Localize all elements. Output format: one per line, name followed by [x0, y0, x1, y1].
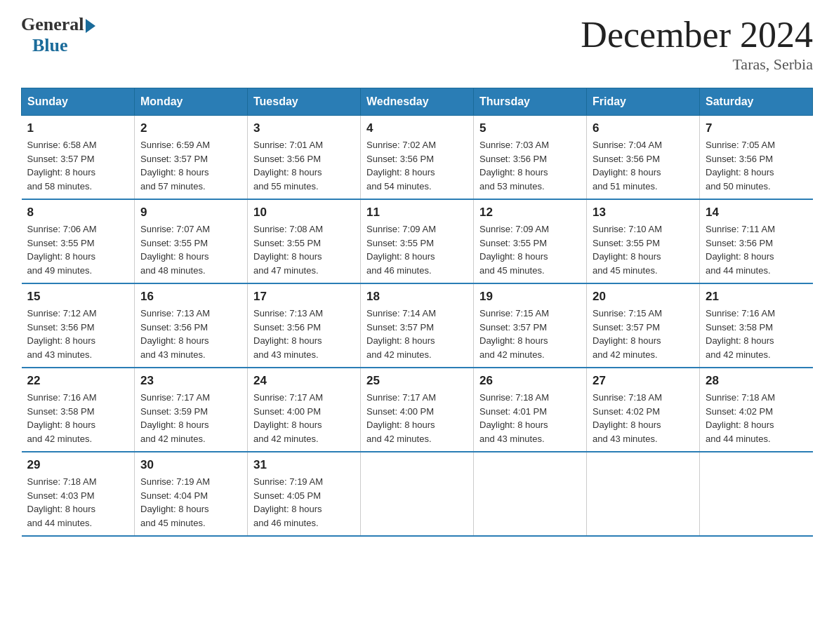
- day-info: Sunrise: 7:14 AM Sunset: 3:57 PM Dayligh…: [366, 307, 468, 361]
- page-title: December 2024: [581, 14, 813, 55]
- day-number: 15: [27, 290, 129, 304]
- title-section: December 2024 Taras, Serbia: [581, 14, 813, 74]
- calendar-cell: 6 Sunrise: 7:04 AM Sunset: 3:56 PM Dayli…: [587, 116, 700, 200]
- day-number: 13: [593, 206, 694, 220]
- day-number: 20: [593, 290, 694, 304]
- day-info: Sunrise: 7:15 AM Sunset: 3:57 PM Dayligh…: [479, 307, 581, 361]
- calendar-cell: 28 Sunrise: 7:18 AM Sunset: 4:02 PM Dayl…: [700, 368, 813, 452]
- header-monday: Monday: [135, 88, 248, 116]
- day-info: Sunrise: 7:13 AM Sunset: 3:56 PM Dayligh…: [253, 307, 355, 361]
- calendar-cell: 27 Sunrise: 7:18 AM Sunset: 4:02 PM Dayl…: [587, 368, 700, 452]
- calendar-week-2: 8 Sunrise: 7:06 AM Sunset: 3:55 PM Dayli…: [22, 199, 813, 283]
- calendar-cell: 23 Sunrise: 7:17 AM Sunset: 3:59 PM Dayl…: [135, 368, 248, 452]
- day-info: Sunrise: 7:13 AM Sunset: 3:56 PM Dayligh…: [140, 307, 241, 361]
- day-info: Sunrise: 7:02 AM Sunset: 3:56 PM Dayligh…: [366, 138, 468, 193]
- calendar-cell: 9 Sunrise: 7:07 AM Sunset: 3:55 PM Dayli…: [135, 199, 248, 283]
- calendar-cell: 26 Sunrise: 7:18 AM Sunset: 4:01 PM Dayl…: [474, 368, 587, 452]
- day-info: Sunrise: 7:01 AM Sunset: 3:56 PM Dayligh…: [253, 138, 355, 193]
- day-number: 8: [27, 206, 129, 220]
- calendar-cell: [700, 452, 813, 536]
- calendar-cell: 25 Sunrise: 7:17 AM Sunset: 4:00 PM Dayl…: [361, 368, 474, 452]
- day-info: Sunrise: 7:17 AM Sunset: 4:00 PM Dayligh…: [366, 391, 468, 445]
- calendar-week-3: 15 Sunrise: 7:12 AM Sunset: 3:56 PM Dayl…: [22, 283, 813, 368]
- calendar-cell: 24 Sunrise: 7:17 AM Sunset: 4:00 PM Dayl…: [248, 368, 361, 452]
- day-number: 12: [479, 206, 581, 220]
- day-info: Sunrise: 7:17 AM Sunset: 4:00 PM Dayligh…: [253, 391, 355, 445]
- calendar-cell: 2 Sunrise: 6:59 AM Sunset: 3:57 PM Dayli…: [135, 116, 248, 200]
- calendar-week-4: 22 Sunrise: 7:16 AM Sunset: 3:58 PM Dayl…: [22, 368, 813, 452]
- day-info: Sunrise: 7:18 AM Sunset: 4:01 PM Dayligh…: [479, 391, 581, 445]
- calendar-cell: 20 Sunrise: 7:15 AM Sunset: 3:57 PM Dayl…: [587, 283, 700, 368]
- day-number: 24: [253, 374, 355, 388]
- calendar-cell: 13 Sunrise: 7:10 AM Sunset: 3:55 PM Dayl…: [587, 199, 700, 283]
- day-info: Sunrise: 7:09 AM Sunset: 3:55 PM Dayligh…: [366, 222, 468, 277]
- calendar-cell: 22 Sunrise: 7:16 AM Sunset: 3:58 PM Dayl…: [22, 368, 135, 452]
- day-info: Sunrise: 7:19 AM Sunset: 4:05 PM Dayligh…: [253, 475, 355, 530]
- calendar-cell: 5 Sunrise: 7:03 AM Sunset: 3:56 PM Dayli…: [474, 116, 587, 200]
- calendar-header: Sunday Monday Tuesday Wednesday Thursday…: [22, 88, 813, 116]
- day-number: 29: [27, 458, 129, 472]
- day-info: Sunrise: 7:04 AM Sunset: 3:56 PM Dayligh…: [593, 138, 694, 193]
- day-number: 5: [479, 121, 581, 135]
- calendar-week-1: 1 Sunrise: 6:58 AM Sunset: 3:57 PM Dayli…: [22, 116, 813, 200]
- header-friday: Friday: [587, 88, 700, 116]
- day-info: Sunrise: 7:16 AM Sunset: 3:58 PM Dayligh…: [27, 391, 129, 445]
- logo-arrow-icon: [86, 19, 95, 33]
- day-info: Sunrise: 7:11 AM Sunset: 3:56 PM Dayligh…: [706, 222, 807, 277]
- day-info: Sunrise: 7:19 AM Sunset: 4:04 PM Dayligh…: [140, 475, 241, 530]
- day-number: 28: [706, 374, 807, 388]
- calendar-cell: 4 Sunrise: 7:02 AM Sunset: 3:56 PM Dayli…: [361, 116, 474, 200]
- day-info: Sunrise: 7:18 AM Sunset: 4:02 PM Dayligh…: [706, 391, 807, 445]
- calendar-cell: 17 Sunrise: 7:13 AM Sunset: 3:56 PM Dayl…: [248, 283, 361, 368]
- calendar-cell: 31 Sunrise: 7:19 AM Sunset: 4:05 PM Dayl…: [248, 452, 361, 536]
- day-number: 2: [140, 121, 241, 135]
- day-info: Sunrise: 7:07 AM Sunset: 3:55 PM Dayligh…: [140, 222, 241, 277]
- header-tuesday: Tuesday: [248, 88, 361, 116]
- calendar-cell: 11 Sunrise: 7:09 AM Sunset: 3:55 PM Dayl…: [361, 199, 474, 283]
- calendar-cell: 29 Sunrise: 7:18 AM Sunset: 4:03 PM Dayl…: [22, 452, 135, 536]
- calendar-cell: 18 Sunrise: 7:14 AM Sunset: 3:57 PM Dayl…: [361, 283, 474, 368]
- day-info: Sunrise: 7:18 AM Sunset: 4:02 PM Dayligh…: [593, 391, 694, 445]
- day-number: 19: [479, 290, 581, 304]
- logo: General Blue: [21, 14, 95, 56]
- day-number: 31: [253, 458, 355, 472]
- day-info: Sunrise: 6:58 AM Sunset: 3:57 PM Dayligh…: [27, 138, 129, 193]
- day-number: 10: [253, 206, 355, 220]
- day-number: 14: [706, 206, 807, 220]
- calendar-table: Sunday Monday Tuesday Wednesday Thursday…: [21, 88, 813, 537]
- day-info: Sunrise: 7:03 AM Sunset: 3:56 PM Dayligh…: [479, 138, 581, 193]
- day-number: 1: [27, 121, 129, 135]
- day-info: Sunrise: 7:16 AM Sunset: 3:58 PM Dayligh…: [706, 307, 807, 361]
- day-number: 16: [140, 290, 241, 304]
- calendar-cell: 14 Sunrise: 7:11 AM Sunset: 3:56 PM Dayl…: [700, 199, 813, 283]
- calendar-cell: 19 Sunrise: 7:15 AM Sunset: 3:57 PM Dayl…: [474, 283, 587, 368]
- calendar-cell: [587, 452, 700, 536]
- day-number: 11: [366, 206, 468, 220]
- calendar-cell: 12 Sunrise: 7:09 AM Sunset: 3:55 PM Dayl…: [474, 199, 587, 283]
- subtitle: Taras, Serbia: [581, 55, 813, 74]
- calendar-cell: 7 Sunrise: 7:05 AM Sunset: 3:56 PM Dayli…: [700, 116, 813, 200]
- day-number: 23: [140, 374, 241, 388]
- day-number: 25: [366, 374, 468, 388]
- calendar-cell: 30 Sunrise: 7:19 AM Sunset: 4:04 PM Dayl…: [135, 452, 248, 536]
- calendar-body: 1 Sunrise: 6:58 AM Sunset: 3:57 PM Dayli…: [22, 116, 813, 537]
- day-info: Sunrise: 7:05 AM Sunset: 3:56 PM Dayligh…: [706, 138, 807, 193]
- day-info: Sunrise: 7:17 AM Sunset: 3:59 PM Dayligh…: [140, 391, 241, 445]
- calendar-cell: 16 Sunrise: 7:13 AM Sunset: 3:56 PM Dayl…: [135, 283, 248, 368]
- day-number: 4: [366, 121, 468, 135]
- day-info: Sunrise: 7:18 AM Sunset: 4:03 PM Dayligh…: [27, 475, 129, 530]
- day-info: Sunrise: 7:09 AM Sunset: 3:55 PM Dayligh…: [479, 222, 581, 277]
- day-number: 7: [706, 121, 807, 135]
- calendar-cell: 3 Sunrise: 7:01 AM Sunset: 3:56 PM Dayli…: [248, 116, 361, 200]
- day-number: 22: [27, 374, 129, 388]
- day-number: 3: [253, 121, 355, 135]
- day-info: Sunrise: 7:12 AM Sunset: 3:56 PM Dayligh…: [27, 307, 129, 361]
- day-info: Sunrise: 7:10 AM Sunset: 3:55 PM Dayligh…: [593, 222, 694, 277]
- logo-blue-text: Blue: [32, 35, 68, 56]
- day-info: Sunrise: 6:59 AM Sunset: 3:57 PM Dayligh…: [140, 138, 241, 193]
- logo-general-text: General: [21, 14, 84, 35]
- day-info: Sunrise: 7:15 AM Sunset: 3:57 PM Dayligh…: [593, 307, 694, 361]
- day-number: 27: [593, 374, 694, 388]
- page-header: General Blue December 2024 Taras, Serbia: [21, 14, 813, 74]
- day-number: 18: [366, 290, 468, 304]
